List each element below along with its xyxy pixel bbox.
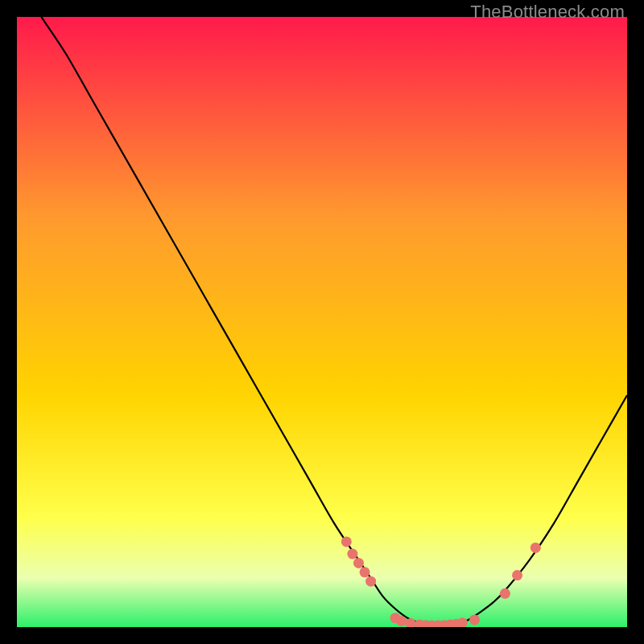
data-marker xyxy=(500,588,510,599)
data-marker xyxy=(469,614,480,625)
data-marker xyxy=(353,558,364,568)
gradient-background xyxy=(17,17,627,627)
chart-frame xyxy=(17,17,627,627)
data-marker xyxy=(530,543,541,553)
data-marker xyxy=(360,567,370,577)
data-marker xyxy=(365,576,376,587)
data-marker xyxy=(396,616,407,626)
data-marker xyxy=(341,536,352,547)
bottleneck-chart xyxy=(17,17,627,627)
data-marker xyxy=(512,570,522,580)
data-marker xyxy=(347,549,357,559)
watermark-text: TheBottleneck.com xyxy=(470,2,625,23)
